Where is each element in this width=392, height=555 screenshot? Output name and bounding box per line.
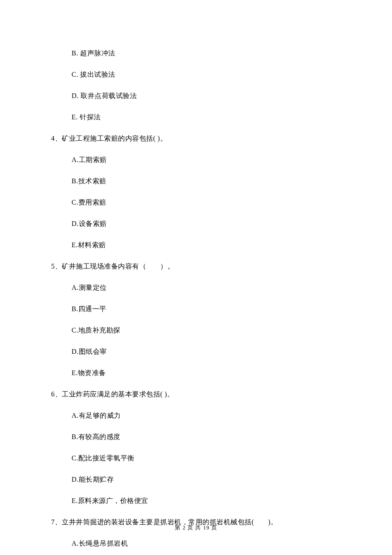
page-content: B. 超声脉冲法 C. 拔出试验法 D. 取井点荷载试验法 E. 针探法 4、矿…: [0, 0, 392, 555]
q6-text: 6、工业炸药应满足的基本要求包括( )。: [51, 390, 341, 399]
q6-option-c: C.配比接近零氧平衡: [72, 454, 341, 463]
q5-option-e: E.物资准备: [72, 369, 341, 378]
question-5: 5、矿井施工现场准备内容有（ ）。 A.测量定位 B.四通一平 C.地质补充勘探…: [51, 262, 341, 378]
q3-option-b: B. 超声脉冲法: [72, 49, 341, 58]
q3-options-continued: B. 超声脉冲法 C. 拔出试验法 D. 取井点荷载试验法 E. 针探法: [72, 49, 341, 122]
q4-text: 4、矿业工程施工索赔的内容包括( )。: [51, 134, 341, 143]
q4-option-b: B.技术索赔: [72, 177, 341, 186]
q7-option-a: A.长绳悬吊抓岩机: [72, 539, 341, 548]
q3-option-d: D. 取井点荷载试验法: [72, 92, 341, 101]
q4-option-d: D.设备索赔: [72, 220, 341, 228]
q4-option-a: A.工期索赔: [72, 156, 341, 165]
q6-option-b: B.有较高的感度: [72, 433, 341, 442]
q4-option-c: C.费用索赔: [72, 198, 341, 207]
question-4: 4、矿业工程施工索赔的内容包括( )。 A.工期索赔 B.技术索赔 C.费用索赔…: [51, 134, 341, 250]
question-6: 6、工业炸药应满足的基本要求包括( )。 A.有足够的威力 B.有较高的感度 C…: [51, 390, 341, 506]
page-footer: 第 2 页 共 19 页: [0, 524, 392, 532]
q5-option-d: D.图纸会审: [72, 347, 341, 356]
q4-option-e: E.材料索赔: [72, 241, 341, 250]
q5-option-b: B.四通一平: [72, 305, 341, 314]
q6-options: A.有足够的威力 B.有较高的感度 C.配比接近零氧平衡 D.能长期贮存 E.原…: [72, 411, 341, 506]
q4-options: A.工期索赔 B.技术索赔 C.费用索赔 D.设备索赔 E.材料索赔: [72, 156, 341, 250]
q5-options: A.测量定位 B.四通一平 C.地质补充勘探 D.图纸会审 E.物资准备: [72, 283, 341, 378]
q6-option-e: E.原料来源广，价格便宜: [72, 497, 341, 506]
q5-text: 5、矿井施工现场准备内容有（ ）。: [51, 262, 341, 271]
q3-option-c: C. 拔出试验法: [72, 70, 341, 79]
q6-option-a: A.有足够的威力: [72, 411, 341, 420]
q3-option-e: E. 针探法: [72, 113, 341, 122]
q6-option-d: D.能长期贮存: [72, 475, 341, 484]
q5-option-c: C.地质补充勘探: [72, 326, 341, 335]
q7-options: A.长绳悬吊抓岩机 B.中心回转抓岩机: [72, 539, 341, 555]
q5-option-a: A.测量定位: [72, 283, 341, 292]
